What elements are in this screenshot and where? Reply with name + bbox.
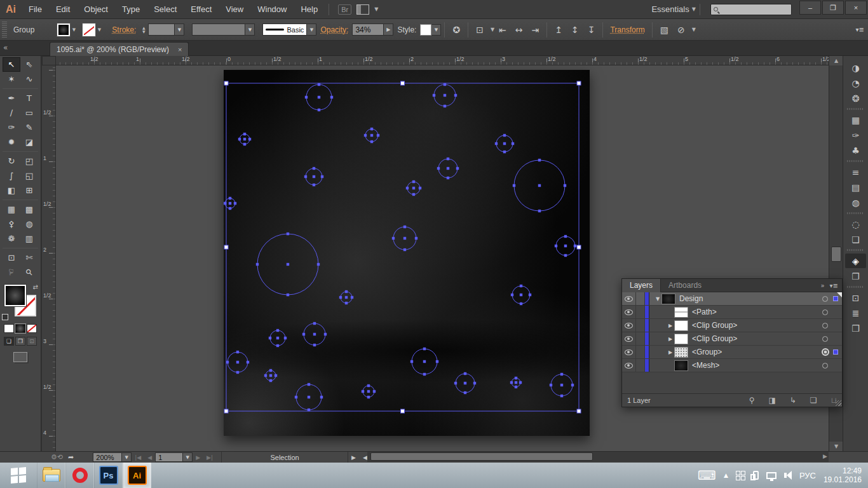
disclosure-triangle[interactable]: ▶ [666,349,675,355]
status-flyout-icon[interactable]: ▶ [351,454,356,461]
chevron-down-icon[interactable]: ▼ [95,24,103,36]
selection-handle[interactable] [577,245,581,249]
panel-menu-icon[interactable]: ▾≣ [830,282,838,289]
pen-tool[interactable]: ✒ [3,91,20,105]
lock-toggle[interactable] [636,292,645,305]
vertical-ruler[interactable]: 1/211/221/231/24 [42,65,56,451]
disclosure-triangle[interactable]: ▼ [653,296,662,302]
collapse-panel-icon[interactable]: » [820,282,824,289]
horizontal-scroll-thumb[interactable] [370,452,593,461]
selection-handle[interactable] [224,245,228,249]
perspective-grid-tool[interactable]: ⊞ [20,183,38,198]
stroke-weight-stepper[interactable]: ▲▼ [140,26,147,34]
artboards-panel-icon[interactable]: ❐ [845,269,866,283]
rotate-tool[interactable]: ↻ [3,154,20,168]
swatches-panel-icon[interactable]: ▦ [845,112,866,127]
chevron-down-icon[interactable]: ▼ [122,452,132,462]
selection-handle[interactable] [224,409,228,413]
chevron-down-icon[interactable]: ▼ [245,24,255,36]
last-artboard-icon[interactable]: ▶| [207,454,213,461]
type-tool[interactable]: T [20,91,38,105]
lasso-tool[interactable]: ∿ [20,72,38,86]
search-box[interactable] [710,4,792,15]
layer-row[interactable]: ▶<Clip Group> [622,319,842,332]
gradient-panel-icon[interactable]: ▤ [845,180,866,194]
default-fill-stroke-icon[interactable] [2,314,8,320]
first-artboard-icon[interactable]: |◀ [135,454,141,461]
tab-artboards[interactable]: Artboards [661,279,709,292]
stroke-panel-icon[interactable]: ≡ [845,165,866,179]
target-indicator[interactable] [822,348,829,356]
artboard-tool[interactable]: ⊡ [3,250,20,265]
layer-row[interactable]: <Path> [622,306,842,319]
align-right-icon[interactable]: ⇥ [532,20,539,40]
none-button[interactable] [27,324,37,333]
arrange-documents-icon[interactable] [356,4,369,15]
safely-remove-hardware-icon[interactable] [753,471,759,480]
selection-tool[interactable]: ↖ [3,57,20,72]
fill-proxy[interactable] [4,285,26,306]
screen-mode-button[interactable] [13,352,27,362]
gradient-button[interactable] [15,324,25,333]
vertical-scroll-thumb[interactable] [831,247,841,262]
workspace-switcher[interactable]: Essentials ▼ [651,4,695,14]
disclosure-triangle[interactable]: ▶ [666,323,675,329]
style-swatch[interactable] [420,24,431,36]
chevron-down-icon[interactable]: ▼ [307,24,316,36]
chevron-down-icon[interactable]: ▼ [431,24,441,36]
scroll-right-icon[interactable]: ▶ [823,453,827,459]
restore-button[interactable]: ❐ [822,1,844,15]
layer-row[interactable]: ▼Design [622,292,842,306]
color-panel-icon[interactable]: ◑ [845,60,866,75]
taskbar-photoshop[interactable]: Ps [94,463,123,488]
fill-color-swatch[interactable] [57,24,70,36]
layer-row[interactable]: <Mesh> [622,359,842,372]
panel-grip[interactable] [2,22,7,38]
start-button[interactable] [0,463,37,488]
zoom-tool[interactable]: ⚲ [20,265,38,280]
menu-type[interactable]: Type [115,0,147,18]
blob-brush-tool[interactable]: ✹ [3,135,20,149]
target-indicator[interactable] [822,336,828,342]
chevron-down-icon[interactable]: ▼ [70,24,78,36]
layers-panel-icon[interactable]: ◈ [845,254,866,268]
visibility-toggle[interactable] [622,319,636,332]
brush-definition-field[interactable]: Basic [262,24,307,36]
chevron-right-icon[interactable]: ▶ [384,24,393,36]
align-center-icon[interactable]: ↔ [515,20,523,40]
lock-toggle[interactable] [636,319,645,332]
layer-name[interactable]: <Path> [692,308,717,316]
chevron-down-icon[interactable]: ▼ [183,452,193,462]
stroke-weight-field[interactable] [148,24,175,36]
volume-icon[interactable] [784,471,792,480]
target-indicator[interactable] [822,296,828,302]
touch-keyboard-icon[interactable]: ⌨ [698,469,716,482]
color-button[interactable] [4,324,14,333]
network-icon[interactable] [766,472,776,479]
selection-handle[interactable] [577,81,581,85]
show-hidden-icons-chevron[interactable]: ▲ [724,472,728,478]
layer-thumbnail[interactable] [675,334,688,344]
document-tab[interactable]: 1095.ai* @ 200% (RGB/Preview) × [50,42,189,56]
minimize-button[interactable]: – [799,1,821,15]
align-bottom-icon[interactable]: ↧ [588,20,595,40]
menu-select[interactable]: Select [147,0,184,18]
new-sublayer-icon[interactable]: ↳ [790,396,796,405]
panel-resize-grip[interactable] [836,400,841,406]
visibility-toggle[interactable] [622,332,636,345]
visibility-toggle[interactable] [622,346,636,358]
ruler-origin-corner[interactable] [42,56,56,65]
stroke-link[interactable]: Stroke: [112,25,136,34]
bounding-box-icon[interactable]: ⊡ [476,20,484,40]
layer-thumbnail[interactable] [675,348,688,357]
transparency-panel-icon[interactable]: ◍ [845,195,866,210]
menu-help[interactable]: Help [294,0,325,18]
select-similar-icon[interactable]: ⊘ [677,20,685,40]
direct-selection-tool[interactable]: ⇖ [20,57,38,72]
layer-row[interactable]: ▶<Clip Group> [622,332,842,346]
target-indicator[interactable] [822,309,828,315]
symbols-panel-icon[interactable]: ♣ [845,143,866,158]
chevron-down-icon[interactable]: ▼ [175,24,184,36]
brushes-panel-icon[interactable]: ✑ [845,128,866,142]
eyedropper-tool[interactable]: ⚴ [3,217,20,231]
